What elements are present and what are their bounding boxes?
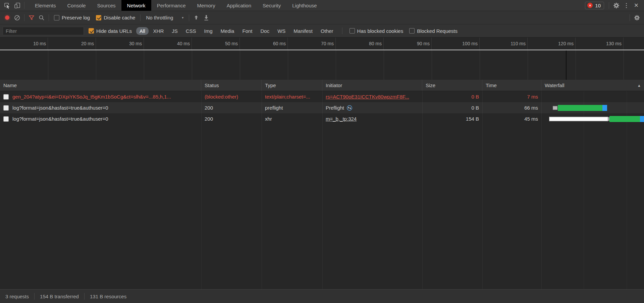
table-row[interactable]: gen_204?atyp=i&ei=DXpiYKSoJq_t5gKm1bSoCg… [0, 91, 644, 102]
checkbox-unchecked[interactable] [350, 28, 355, 34]
divider [140, 14, 141, 21]
resource-file-icon [3, 94, 9, 100]
blocked-requests-checkbox[interactable]: Blocked Requests [409, 28, 458, 34]
waterfall-cell[interactable] [541, 91, 644, 102]
device-toolbar-icon[interactable] [12, 1, 22, 10]
import-har-icon[interactable] [191, 13, 201, 22]
table-row[interactable]: log?format=json&hasfast=true&authuser=02… [0, 102, 644, 113]
ruler-tick: 20 ms [48, 38, 96, 50]
request-type-cell: xhr [262, 113, 322, 124]
ruler-tick: 120 ms [528, 38, 576, 50]
settings-gear-icon[interactable] [611, 1, 621, 10]
tab-security[interactable]: Security [257, 0, 286, 11]
hide-data-urls-checkbox[interactable]: Hide data URLs [89, 28, 132, 34]
tab-performance[interactable]: Performance [151, 0, 192, 11]
overview-strip[interactable] [0, 50, 644, 80]
tab-sources[interactable]: Sources [92, 0, 121, 11]
clear-network-log-icon[interactable] [12, 13, 22, 22]
more-options-icon[interactable] [621, 1, 631, 10]
filter-input[interactable] [3, 27, 84, 35]
waterfall-cell[interactable] [541, 102, 644, 113]
filter-pill-media[interactable]: Media [217, 27, 238, 35]
request-size-cell: 0 B [422, 91, 482, 102]
checkbox-checked[interactable] [96, 15, 101, 20]
column-header-initiator[interactable]: Initiator [322, 80, 422, 91]
filter-pill-img[interactable]: Img [201, 27, 216, 35]
tab-application[interactable]: Application [221, 0, 257, 11]
column-header-size[interactable]: Size [422, 80, 482, 91]
request-time-cell: 66 ms [482, 102, 541, 113]
record-network-log-button[interactable] [2, 13, 12, 22]
checkbox-unchecked[interactable] [409, 28, 415, 34]
sort-ascending-icon: ▲ [637, 83, 641, 87]
network-filter-bar: Hide data URLs AllXHRJSCSSImgMediaFontDo… [0, 24, 644, 38]
tab-network[interactable]: Network [121, 0, 151, 11]
ruler-tick: 80 ms [336, 38, 384, 50]
export-har-icon[interactable] [201, 13, 211, 22]
panel-tabs: ElementsConsoleSourcesNetworkPerformance… [29, 0, 323, 11]
divider [342, 27, 342, 34]
request-name-cell[interactable]: log?format=json&hasfast=true&authuser=0 [0, 113, 201, 124]
filter-pill-all[interactable]: All [136, 27, 149, 35]
filter-pill-js[interactable]: JS [168, 27, 181, 35]
initiator-link[interactable]: m=_b,_tp:324 [326, 116, 357, 122]
has-blocked-cookies-label: Has blocked cookies [357, 28, 404, 34]
network-overview[interactable]: 10 ms20 ms30 ms40 ms50 ms60 ms70 ms80 ms… [0, 38, 644, 80]
overview-gridline [384, 50, 384, 80]
column-header-name[interactable]: Name [0, 80, 201, 91]
request-status-cell: 200 [201, 113, 262, 124]
divider [630, 14, 630, 21]
filter-pill-doc[interactable]: Doc [257, 27, 273, 35]
divider [24, 2, 24, 9]
network-settings-gear-icon[interactable] [632, 13, 642, 22]
preserve-log-checkbox[interactable]: Preserve log [54, 15, 90, 20]
column-header-type[interactable]: Type [262, 80, 322, 91]
close-devtools-icon[interactable]: × [631, 1, 641, 10]
request-type-filters: AllXHRJSCSSImgMediaFontDocWSManifestOthe… [136, 27, 338, 35]
filter-pill-other[interactable]: Other [317, 27, 337, 35]
hide-data-urls-label: Hide data URLs [96, 28, 132, 34]
inspect-element-icon[interactable] [2, 1, 12, 10]
has-blocked-cookies-checkbox[interactable]: Has blocked cookies [350, 28, 404, 34]
filter-pill-xhr[interactable]: XHR [150, 27, 167, 35]
waterfall-cell[interactable] [541, 113, 644, 124]
column-header-status[interactable]: Status [201, 80, 262, 91]
preflight-arrows-icon [346, 105, 353, 111]
request-name-cell[interactable]: log?format=json&hasfast=true&authuser=0 [0, 102, 201, 113]
filter-pill-ws[interactable]: WS [274, 27, 289, 35]
tab-elements[interactable]: Elements [29, 0, 62, 11]
overview-gridline [96, 50, 96, 80]
tab-memory[interactable]: Memory [192, 0, 221, 11]
transferred-size: 154 B transferred [35, 294, 84, 299]
request-name: log?format=json&hasfast=true&authuser=0 [12, 105, 108, 111]
network-summary-bar: 3 requests 154 B transferred 131 B resou… [0, 289, 644, 303]
filter-pill-font[interactable]: Font [239, 27, 256, 35]
checkbox-unchecked[interactable] [54, 15, 59, 20]
search-icon[interactable] [37, 13, 47, 22]
throttling-dropdown[interactable]: No throttling ▾ [146, 15, 183, 20]
overview-gridline [480, 50, 480, 80]
ruler-tick: 70 ms [288, 38, 336, 50]
error-count: 10 [595, 3, 601, 8]
column-header-waterfall[interactable]: Waterfall ▲ [541, 80, 644, 91]
waterfall-bar-gray [553, 106, 557, 110]
filter-funnel-icon[interactable] [26, 13, 37, 22]
tab-console[interactable]: Console [62, 0, 92, 11]
waterfall-bar-blue [602, 105, 607, 111]
filter-pill-manifest[interactable]: Manifest [290, 27, 316, 35]
column-header-time[interactable]: Time [482, 80, 541, 91]
disable-cache-label: Disable cache [104, 15, 135, 20]
table-row[interactable]: log?format=json&hasfast=true&authuser=02… [0, 113, 644, 124]
initiator-link[interactable]: rs=ACT90oE31ICCTKv80wpzmF8F... [326, 94, 409, 100]
devtools-tab-bar: ElementsConsoleSourcesNetworkPerformance… [0, 0, 644, 11]
tab-lighthouse[interactable]: Lighthouse [286, 0, 322, 11]
disable-cache-checkbox[interactable]: Disable cache [96, 15, 135, 20]
ruler-tick: 50 ms [192, 38, 240, 50]
request-name-cell[interactable]: gen_204?atyp=i&ei=DXpiYKSoJq_t5gKm1bSoCg… [0, 91, 201, 102]
overview-gridline [432, 50, 432, 80]
filter-pill-css[interactable]: CSS [182, 27, 200, 35]
checkbox-checked[interactable] [89, 28, 94, 34]
initiator-label: Preflight [326, 105, 344, 111]
console-error-badge[interactable]: × 10 [585, 2, 604, 9]
request-initiator-cell: rs=ACT90oE31ICCTKv80wpzmF8F... [322, 91, 422, 102]
